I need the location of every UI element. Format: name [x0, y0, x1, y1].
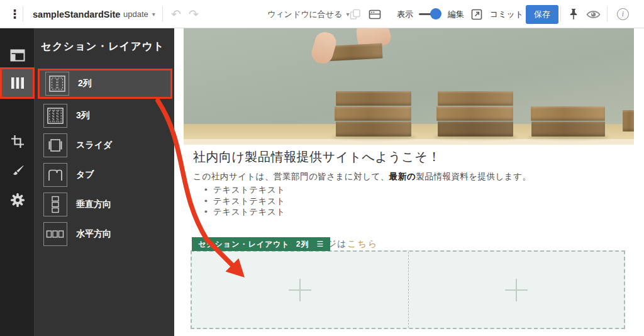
undo-button[interactable]: ↶	[171, 0, 181, 28]
list-item: テキストテキスト	[204, 184, 286, 196]
chevron-down-icon: ▾	[346, 11, 349, 18]
layout-icon	[10, 49, 25, 62]
hero-image	[184, 28, 634, 145]
rail-item-style[interactable]	[0, 155, 35, 187]
paintbrush-icon	[11, 164, 25, 178]
list-item: テキストテキスト	[204, 196, 286, 207]
pages-icon	[350, 0, 361, 28]
paragraph-text: 製品情報資料を提供します。	[416, 172, 531, 181]
layout-item-vertical[interactable]: 垂直方向	[38, 189, 172, 220]
tab-icon	[43, 163, 67, 187]
three-column-icon	[43, 104, 67, 128]
section-tag-name: セクション・レイアウト	[198, 239, 290, 250]
zoom-fit-dropdown[interactable]: ウィンドウに合せる ▾	[267, 0, 349, 28]
gear-icon	[10, 193, 25, 208]
save-button[interactable]: 保存	[526, 5, 558, 24]
add-content-icon[interactable]	[505, 279, 528, 301]
section-tag[interactable]: セクション・レイアウト 2列 ☰	[192, 237, 330, 251]
update-dropdown[interactable]: update ▾	[123, 0, 155, 28]
commit-button[interactable]: コミット	[490, 0, 523, 28]
layout-item-label: 水平方向	[76, 228, 111, 240]
section-tag-type: 2列	[296, 239, 309, 250]
rail-item-settings[interactable]	[0, 184, 35, 216]
rail-item-columns[interactable]	[0, 67, 35, 99]
intro-paragraph: この社内サイトは、営業部門の皆さまに対して、最新の製品情報資料を提供します。	[193, 171, 531, 182]
add-content-icon[interactable]	[289, 279, 311, 301]
layout-item-label: 垂直方向	[76, 199, 111, 210]
slider-icon	[43, 133, 67, 157]
open-preview-icon[interactable]	[471, 0, 482, 28]
layout-item-2col[interactable]: 2列	[38, 69, 172, 99]
columns-icon	[11, 77, 25, 89]
toggle-knob[interactable]	[430, 8, 441, 20]
bullet-list: テキストテキスト テキストテキスト テキストテキスト	[204, 184, 286, 218]
dropzone-column-right[interactable]	[408, 252, 625, 328]
tool-rail	[0, 28, 35, 336]
page-title: 社内向け製品情報提供サイトへようこそ！	[193, 148, 441, 165]
layout-item-slider[interactable]: スライダ	[38, 130, 172, 160]
crop-icon	[11, 135, 25, 148]
edit-label: 編集	[448, 0, 464, 28]
hamburger-menu-icon[interactable]: ☰	[317, 240, 325, 249]
app-window: ⋮ sampleStandardSite update ▾ ↶ ↷ ウィンドウに…	[0, 0, 644, 336]
site-name: sampleStandardSite	[33, 0, 120, 28]
zoom-fit-label: ウィンドウに合せる	[267, 9, 342, 20]
dropzone-column-left[interactable]	[192, 252, 408, 328]
kochira-link[interactable]: こちら	[347, 238, 378, 249]
layout-item-label: 3列	[76, 110, 90, 121]
panel-title: セクション・レイアウト	[41, 40, 164, 53]
vertical-stack-icon	[43, 193, 67, 216]
layout-item-label: 2列	[78, 78, 92, 89]
list-item: テキストテキスト	[204, 206, 286, 218]
two-column-icon	[45, 72, 69, 96]
kebab-menu-icon[interactable]: ⋮	[9, 0, 21, 28]
display-edit-toggle[interactable]	[419, 0, 440, 28]
paragraph-bold-text: 最新の	[389, 172, 416, 181]
rail-item-crop[interactable]	[0, 126, 35, 157]
layout-item-tab[interactable]: タブ	[38, 160, 172, 190]
pin-icon[interactable]	[568, 0, 579, 28]
window-header-icon[interactable]	[369, 0, 381, 28]
update-label: update	[123, 9, 148, 19]
chevron-down-icon: ▾	[152, 11, 155, 18]
display-label: 表示	[397, 0, 413, 28]
layout-item-3col[interactable]: 3列	[38, 101, 172, 131]
layout-item-label: タブ	[76, 169, 94, 181]
table-edge	[184, 139, 634, 145]
two-column-dropzone	[191, 250, 625, 329]
toggle-track	[419, 13, 440, 15]
horizontal-row-icon	[43, 222, 67, 246]
layout-item-label: スライダ	[76, 140, 112, 151]
info-icon[interactable]: i	[617, 8, 629, 20]
layout-item-horizontal[interactable]: 水平方向	[38, 219, 172, 249]
eye-icon[interactable]	[586, 0, 601, 28]
rail-item-layout[interactable]	[0, 40, 35, 71]
section-layout-panel: セクション・レイアウト 2列 3列	[35, 28, 174, 336]
redo-button[interactable]: ↷	[189, 0, 199, 28]
paragraph-text: この社内サイトは、営業部門の皆さまに対して、	[193, 172, 389, 181]
top-toolbar: ⋮ sampleStandardSite update ▾ ↶ ↷ ウィンドウに…	[0, 0, 644, 28]
